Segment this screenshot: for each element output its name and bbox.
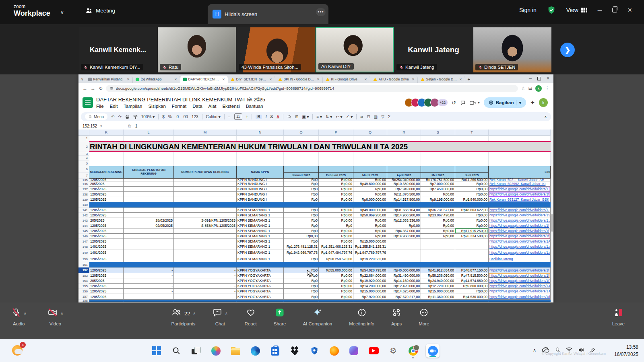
cell[interactable]: [284, 152, 319, 156]
cell-month-value[interactable]: Rp10.389.000,00: [387, 181, 421, 187]
row-header[interactable]: 144: [78, 223, 89, 228]
cell[interactable]: [489, 152, 551, 156]
more-formats-icon[interactable]: 123: [192, 115, 198, 119]
cell-month-value[interactable]: [387, 239, 421, 244]
cell-pembukaan[interactable]: 1205/2025: [89, 273, 124, 278]
cell-month-value[interactable]: Rp48.603.622,00: [455, 208, 489, 213]
cell-nama-kppn[interactable]: KPPN SEMARANG 1: [237, 213, 284, 218]
cell[interactable]: [387, 152, 421, 156]
text-wrap-icon[interactable]: ↩ ▾: [336, 115, 342, 119]
chevron-up-icon[interactable]: ∧: [225, 311, 228, 315]
cell[interactable]: [455, 152, 489, 156]
control-video[interactable]: ∧Video: [47, 308, 64, 326]
cell-month-value[interactable]: Rp49.000.000,00: [353, 208, 387, 213]
tab-close-icon[interactable]: ✕: [364, 78, 367, 81]
cell-nomor-penutupan[interactable]: [174, 239, 237, 244]
merge-cells-icon[interactable]: ▣ ▾: [302, 115, 309, 119]
cell-nomor-penutupan[interactable]: [174, 208, 237, 213]
cell[interactable]: [89, 161, 124, 166]
cell-month-value[interactable]: Rp0,00: [455, 218, 489, 223]
cell-month-value[interactable]: Rp0: [284, 197, 319, 202]
cell[interactable]: [455, 161, 489, 166]
row-header[interactable]: 2: [78, 141, 89, 152]
header-tanggal-penutupan[interactable]: TANGGAL PENUTUPAN REKENING: [124, 166, 174, 179]
cell-pembukaan[interactable]: 1205/2025: [89, 197, 124, 202]
cell-pembukaan[interactable]: 205/2025: [89, 181, 124, 187]
cell[interactable]: [174, 152, 237, 156]
cell-month-value[interactable]: Rp19.229.532,00: [353, 256, 387, 262]
row-header[interactable]: 147: [78, 239, 89, 244]
cell-nomor-penutupan[interactable]: -: [174, 294, 237, 300]
chevron-up-icon[interactable]: ∧: [193, 311, 196, 315]
browser-tab[interactable]: (5) WhatsApp✕: [133, 76, 180, 83]
cell-month-value[interactable]: Rp23.067.490,00: [421, 213, 455, 218]
cell[interactable]: [124, 152, 174, 156]
cell-nomor-penutupan[interactable]: [174, 244, 237, 249]
link-cell[interactable]: https://drive.google.com/drive/folders/1…: [489, 278, 551, 284]
toolbar-menu-search[interactable]: Menu: [85, 113, 107, 120]
cell-nama-kppn[interactable]: KPPN SEMARANG 1: [237, 208, 284, 213]
cell[interactable]: [89, 156, 124, 161]
header-month-blank[interactable]: [387, 166, 421, 173]
link-cell[interactable]: Rek Koran_692992_Kanwil Jabar_KI: [489, 181, 551, 187]
cell-month-value[interactable]: Rp9.195.000,00: [421, 197, 455, 202]
column-header-L[interactable]: L: [124, 130, 174, 136]
header-month-blank[interactable]: [353, 166, 387, 173]
taskbar-start-button[interactable]: [150, 343, 163, 358]
link-cell[interactable]: https://drive.google.com/drive/folders/1…: [489, 223, 551, 228]
cell-tanggal-penutupan[interactable]: [124, 249, 174, 256]
cell-nama-kppn[interactable]: KPPN SEMARANG 1: [237, 218, 284, 223]
column-header-K[interactable]: K: [89, 130, 124, 136]
separator-cell[interactable]: [455, 262, 489, 267]
cell-nomor-penutupan[interactable]: -: [174, 278, 237, 284]
format-currency-icon[interactable]: $: [162, 115, 165, 119]
row-header[interactable]: 154: [78, 278, 89, 284]
cell-month-value[interactable]: Rp31.668.164,00: [387, 208, 421, 213]
cell-month-value[interactable]: Rp0: [284, 289, 319, 294]
cell-month-value[interactable]: Rp0: [284, 192, 319, 197]
cell[interactable]: [319, 161, 353, 166]
collapse-toolbar-icon[interactable]: ∧: [544, 115, 547, 119]
cell-month-value[interactable]: Rp0,00: [421, 218, 455, 223]
cell-tanggal-penutupan[interactable]: [124, 234, 174, 239]
formula-value[interactable]: 1: [135, 124, 138, 128]
cell-nama-kppn[interactable]: KPPN SEMARANG 1: [237, 223, 284, 228]
cell-month-value[interactable]: Rp36.731.577,00: [421, 208, 455, 213]
cell-nama-kppn[interactable]: KPPN YOGYAKARTA: [237, 284, 284, 289]
row-header[interactable]: 150: [78, 256, 89, 262]
view-button[interactable]: View: [566, 7, 587, 13]
taskbar-youtube-button[interactable]: [367, 343, 380, 358]
cell-month-value[interactable]: Rp0,00: [319, 294, 353, 300]
separator-cell[interactable]: [174, 262, 237, 267]
cell-month-value[interactable]: Rp14.200.000,00: [353, 284, 387, 289]
cell-month-value[interactable]: Rp0,00: [319, 289, 353, 294]
cell-tanggal-penutupan[interactable]: -: [124, 294, 174, 300]
cell-month-value[interactable]: Rp0,00: [319, 213, 353, 218]
cell-month-value[interactable]: Rp0,00: [353, 187, 387, 192]
cell-month-value[interactable]: Rp20.259.570,00: [319, 256, 353, 262]
row-header[interactable]: 156: [78, 289, 89, 294]
link-cell[interactable]: Rek Koran_693127_Kanwil Jabar_BSK: [489, 197, 551, 202]
column-header-Q[interactable]: Q: [353, 130, 387, 136]
cell-month-value[interactable]: Rp26.334.500,00: [455, 234, 489, 239]
cell-month-value[interactable]: Rp0,00: [387, 223, 421, 228]
column-header-R[interactable]: R: [387, 130, 421, 136]
cell-month-value[interactable]: Rp0,00: [353, 234, 387, 239]
row-header[interactable]: 143: [78, 218, 89, 223]
cell[interactable]: [353, 152, 387, 156]
more-options-icon[interactable]: •••: [316, 8, 326, 16]
control-chat[interactable]: ∧Chat: [213, 308, 228, 326]
cell-month-value[interactable]: Rp4.367.000,00: [387, 228, 421, 234]
taskbar-zoom-button[interactable]: [426, 343, 440, 358]
cell-month-value[interactable]: Rp7.450.000,00: [421, 187, 455, 192]
cell-month-value[interactable]: Rp1.947.769.797,76: [353, 249, 387, 256]
name-box-dropdown-icon[interactable]: ▾: [100, 124, 102, 128]
cell-tanggal-penutupan[interactable]: 02/05/2025: [124, 223, 174, 228]
control-audio[interactable]: ∧Audio: [11, 308, 27, 326]
cell-pembukaan[interactable]: 1205/2025: [89, 284, 124, 289]
cell-nomor-penutupan[interactable]: [174, 179, 237, 181]
tab-close-icon[interactable]: ✕: [127, 78, 130, 81]
cell-tanggal-penutupan[interactable]: [124, 256, 174, 262]
site-settings-icon[interactable]: [110, 86, 114, 90]
cell-month-value[interactable]: Rp0: [284, 284, 319, 289]
